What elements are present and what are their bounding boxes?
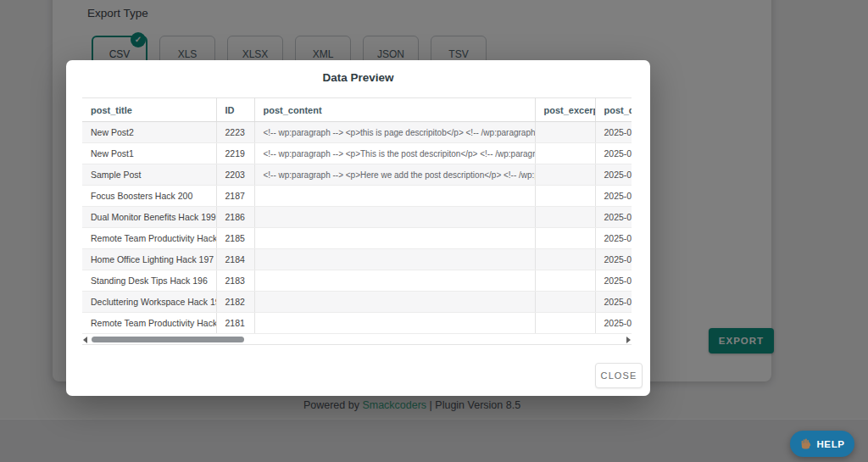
table-row: Decluttering Workspace Hack 19521822025-… xyxy=(82,292,632,313)
table-header-row: post_titleIDpost_contentpost_excerptpost… xyxy=(82,98,632,122)
cell-id: 2223 xyxy=(216,122,254,143)
column-header-post_date: post_date xyxy=(595,98,632,122)
column-header-ID: ID xyxy=(216,98,254,122)
cell-post_excerpt xyxy=(535,292,595,313)
column-header-post_title: post_title xyxy=(82,98,216,122)
column-header-post_excerpt: post_excerpt xyxy=(535,98,595,122)
cell-post_excerpt xyxy=(535,270,595,292)
modal-title: Data Preview xyxy=(66,71,650,84)
cell-post_title: New Post2 xyxy=(82,122,216,143)
cell-post_excerpt xyxy=(535,186,595,207)
cell-id: 2181 xyxy=(216,313,254,334)
cell-post_title: Sample Post xyxy=(82,164,216,186)
help-button[interactable]: HELP xyxy=(790,431,854,457)
cell-post_title: Dual Monitor Benefits Hack 199 xyxy=(82,207,216,228)
cell-id: 2203 xyxy=(216,164,254,186)
table-row: Focus Boosters Hack 20021872025-04- xyxy=(82,186,632,207)
cell-post_title: Remote Team Productivity Hack 198 xyxy=(82,228,216,249)
cell-post_content: <!-- wp:paragraph --> <p>This is the pos… xyxy=(254,143,535,164)
cell-id: 2183 xyxy=(216,270,254,292)
cell-post_title: Decluttering Workspace Hack 195 xyxy=(82,292,216,313)
cell-id: 2182 xyxy=(216,292,254,313)
cell-post_title: Standing Desk Tips Hack 196 xyxy=(82,270,216,292)
cell-post_content xyxy=(254,249,535,270)
cell-post_excerpt xyxy=(535,249,595,270)
cell-post_date: 2025-04- xyxy=(595,249,632,270)
cell-post_excerpt xyxy=(535,122,595,143)
cell-post_date: 2025-04- xyxy=(595,143,632,164)
cell-post_date: 2025-04- xyxy=(595,122,632,143)
data-preview-modal: Data Preview post_titleIDpost_contentpos… xyxy=(66,60,650,396)
column-header-post_content: post_content xyxy=(254,98,535,122)
table-row: Sample Post2203<!-- wp:paragraph --> <p>… xyxy=(82,164,632,186)
cell-id: 2185 xyxy=(216,228,254,249)
cell-post_title: New Post1 xyxy=(82,143,216,164)
scroll-right-arrow-icon[interactable] xyxy=(626,337,631,343)
preview-table: post_titleIDpost_contentpost_excerptpost… xyxy=(82,97,632,334)
cell-id: 2187 xyxy=(216,186,254,207)
cell-post_excerpt xyxy=(535,228,595,249)
screen: Export Type ✓ CSV XLS XLSX XML JSON TSV … xyxy=(0,0,868,462)
cell-post_content xyxy=(254,207,535,228)
table-row: Home Office Lighting Hack 19721842025-04… xyxy=(82,249,632,270)
cell-id: 2186 xyxy=(216,207,254,228)
table-row: Remote Team Productivity Hack 1982185202… xyxy=(82,228,632,249)
cell-post_title: Remote Team Productivity Hack 194 xyxy=(82,313,216,334)
cell-post_excerpt xyxy=(535,143,595,164)
close-button[interactable]: CLOSE xyxy=(595,363,643,388)
cell-post_content xyxy=(254,270,535,292)
cell-post_content xyxy=(254,228,535,249)
cell-post_content xyxy=(254,186,535,207)
help-button-label: HELP xyxy=(816,439,844,449)
preview-table-viewport: post_titleIDpost_contentpost_excerptpost… xyxy=(82,97,632,345)
table-row: Dual Monitor Benefits Hack 19921862025-0… xyxy=(82,207,632,228)
cell-post_excerpt xyxy=(535,313,595,334)
cell-post_content: <!-- wp:paragraph --> <p>this is page de… xyxy=(254,122,535,143)
table-row: New Post12219<!-- wp:paragraph --> <p>Th… xyxy=(82,143,632,164)
cell-post_date: 2025-04- xyxy=(595,186,632,207)
horizontal-scrollbar[interactable] xyxy=(82,334,632,345)
cell-post_date: 2025-04- xyxy=(595,207,632,228)
cell-post_title: Home Office Lighting Hack 197 xyxy=(82,249,216,270)
cell-post_content: <!-- wp:paragraph --> <p>Here we add the… xyxy=(254,164,535,186)
table-row: Standing Desk Tips Hack 19621832025-04- xyxy=(82,270,632,292)
cell-post_date: 2025-04- xyxy=(595,164,632,186)
table-row: New Post22223<!-- wp:paragraph --> <p>th… xyxy=(82,122,632,143)
cell-post_date: 2025-04- xyxy=(595,292,632,313)
scrollbar-thumb[interactable] xyxy=(92,337,244,342)
cell-post_excerpt xyxy=(535,164,595,186)
cell-post_content xyxy=(254,292,535,313)
cell-post_title: Focus Boosters Hack 200 xyxy=(82,186,216,207)
hand-icon xyxy=(799,437,812,450)
table-row: Remote Team Productivity Hack 1942181202… xyxy=(82,313,632,334)
cell-id: 2184 xyxy=(216,249,254,270)
cell-post_date: 2025-04- xyxy=(595,228,632,249)
cell-post_date: 2025-04- xyxy=(595,270,632,292)
cell-post_date: 2025-04- xyxy=(595,313,632,334)
cell-post_excerpt xyxy=(535,207,595,228)
scroll-left-arrow-icon[interactable] xyxy=(83,337,87,343)
cell-post_content xyxy=(254,313,535,334)
cell-id: 2219 xyxy=(216,143,254,164)
